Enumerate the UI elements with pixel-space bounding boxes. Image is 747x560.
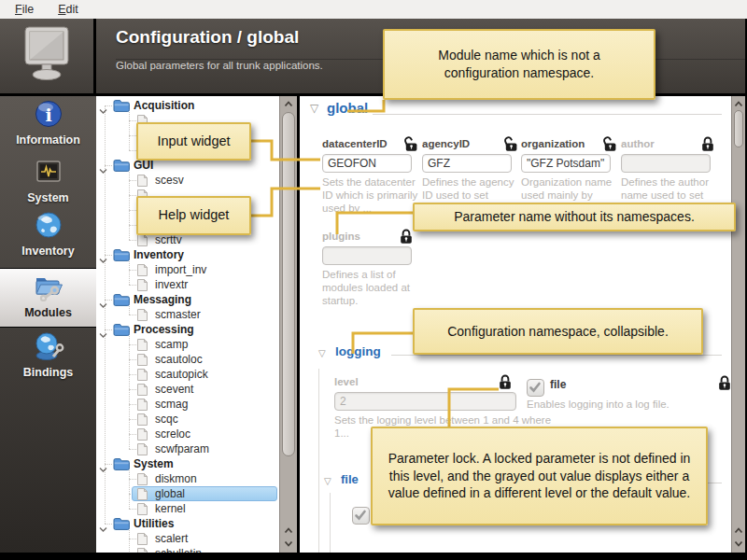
menu-item-edit[interactable]: Edit [52, 3, 84, 16]
tree-item-label: scevent [155, 383, 193, 396]
tree-item-label: import_inv [155, 263, 206, 276]
section-rule [391, 355, 722, 356]
tree-item-label: scautoloc [155, 353, 203, 366]
param-help-agencyID: Defines the agency ID used to set [422, 175, 518, 202]
tree-item-label: scesv [155, 174, 184, 187]
scroll-up-icon[interactable] [280, 97, 297, 110]
collapse-triangle-icon[interactable]: ▽ [324, 476, 331, 486]
lock-locked-icon[interactable] [499, 374, 512, 394]
tree-item-scmaster[interactable]: scmaster [96, 307, 297, 322]
tree-item-label: global [155, 487, 185, 500]
tree-item-label: scmaster [155, 308, 201, 321]
agencyID-input[interactable] [422, 154, 512, 173]
tree-item-scmag[interactable]: scmag [96, 397, 297, 412]
tree-item-Messaging[interactable]: Messaging [96, 292, 297, 307]
param-label-datacenterID: datacenterID [322, 138, 388, 149]
tree-item-screloc[interactable]: screloc [96, 427, 297, 441]
tree-item-Processing[interactable]: Processing [96, 322, 297, 337]
section-guide-line [318, 369, 319, 553]
scroll-up-icon[interactable] [732, 524, 745, 537]
tree-item-import_inv[interactable]: import_inv [96, 262, 297, 277]
scrollbar-thumb[interactable] [282, 112, 295, 456]
globe-icon [0, 210, 96, 242]
sidebar-item-inventory[interactable]: Inventory [0, 210, 96, 258]
tree-item-scesv[interactable]: scesv [96, 173, 297, 188]
tree-item-label: scmag [155, 398, 188, 411]
plugins-input[interactable] [322, 246, 412, 265]
tree-item-Inventory[interactable]: Inventory [96, 247, 297, 262]
tree-item-scautoloc[interactable]: scautoloc [96, 352, 297, 367]
sidebar-item-bindings[interactable]: Bindings [0, 331, 96, 379]
menu-item-file[interactable]: File [9, 3, 39, 16]
param-help-file: Enables logging into a log file. [527, 398, 723, 411]
param-label-plugins: plugins [322, 231, 360, 242]
tree-item-scalert[interactable]: scalert [96, 531, 297, 546]
tree-item-Acquisition[interactable]: Acquisition [96, 98, 297, 113]
param-label-file: file [550, 378, 566, 391]
collapse-triangle-icon[interactable]: ▽ [310, 104, 318, 114]
lock-unlocked-icon[interactable] [402, 136, 417, 156]
folder-wrench-icon [0, 272, 96, 303]
sidebar-item-label: Bindings [0, 366, 96, 379]
datacenterID-input[interactable] [322, 154, 412, 173]
sidebar-item-system[interactable]: System [0, 157, 96, 204]
tree-item-invextr[interactable]: invextr [96, 277, 297, 292]
callout-param-lock: Parameter lock. A locked parameter is no… [371, 427, 708, 525]
lock-unlocked-icon[interactable] [502, 136, 517, 156]
scroll-down-icon[interactable] [280, 537, 297, 550]
tree-item-label: scautopick [155, 368, 208, 381]
author-input[interactable] [621, 154, 711, 173]
lock-unlocked-icon[interactable] [601, 136, 616, 156]
tree-item-label: kernel [155, 502, 186, 515]
section-header-global[interactable]: global [327, 100, 368, 116]
param-label-level: level [334, 376, 359, 387]
tree-item-label: diskmon [155, 472, 197, 485]
tree-item-global[interactable]: global [96, 486, 297, 501]
section-guide-line [330, 493, 331, 553]
tree-item-scbulletin[interactable]: scbulletin [96, 546, 297, 553]
file-section-checkbox[interactable] [352, 507, 370, 525]
scroll-up-icon[interactable] [280, 524, 297, 537]
tree-item-label: Inventory [134, 248, 184, 261]
monitor-icon [16, 23, 78, 89]
param-label-agencyID: agencyID [422, 138, 470, 149]
collapse-triangle-icon[interactable]: ▽ [318, 348, 326, 358]
lock-locked-icon[interactable] [400, 229, 413, 248]
globe-wrench-icon [0, 331, 96, 363]
tree-selection-highlight [132, 486, 277, 501]
tree-item-label: Processing [134, 323, 194, 336]
scrollbar-thumb[interactable] [734, 110, 743, 147]
tree-scrollbar [279, 96, 297, 553]
sidebar-item-information[interactable]: iInformation [0, 99, 96, 147]
sidebar-item-modules[interactable]: Modules [0, 268, 96, 328]
lock-locked-icon[interactable] [701, 136, 714, 156]
tree-item-scamp[interactable]: scamp [96, 337, 297, 352]
tree-item-Utilities[interactable]: Utilities [96, 516, 297, 531]
tree-item-label: scwfparam [155, 442, 209, 455]
tree-item-scqc[interactable]: scqc [96, 412, 297, 427]
sidebar: iInformationSystemInventoryModulesBindin… [0, 96, 96, 553]
sidebar-item-label: Modules [0, 306, 96, 319]
level-input[interactable] [334, 392, 516, 411]
tree-item-scautopick[interactable]: scautopick [96, 367, 297, 382]
tree-item-System[interactable]: System [96, 456, 297, 471]
panel-divider [297, 96, 300, 553]
svg-text:i: i [45, 105, 51, 125]
organization-input[interactable] [521, 154, 611, 173]
callout-module-name: Module name which is not a configuration… [383, 29, 655, 100]
main-scrollbar [731, 96, 745, 553]
file-checkbox[interactable] [527, 379, 544, 397]
info-icon: i [0, 99, 96, 131]
tree-item-label: scqc [155, 413, 178, 426]
tree-item-scwfparam[interactable]: scwfparam [96, 441, 297, 456]
lock-locked-icon[interactable] [718, 375, 731, 395]
tree-item-kernel[interactable]: kernel [96, 501, 297, 516]
param-help-datacenterID: Sets the datacenter ID which is primaril… [322, 175, 418, 215]
section-rule [373, 114, 722, 115]
scroll-up-icon[interactable] [732, 97, 745, 110]
section-header-file[interactable]: file [341, 472, 359, 486]
tree-item-scevent[interactable]: scevent [96, 382, 297, 397]
section-header-logging[interactable]: logging [335, 344, 381, 358]
scroll-down-icon[interactable] [732, 537, 745, 550]
tree-item-diskmon[interactable]: diskmon [96, 471, 297, 486]
